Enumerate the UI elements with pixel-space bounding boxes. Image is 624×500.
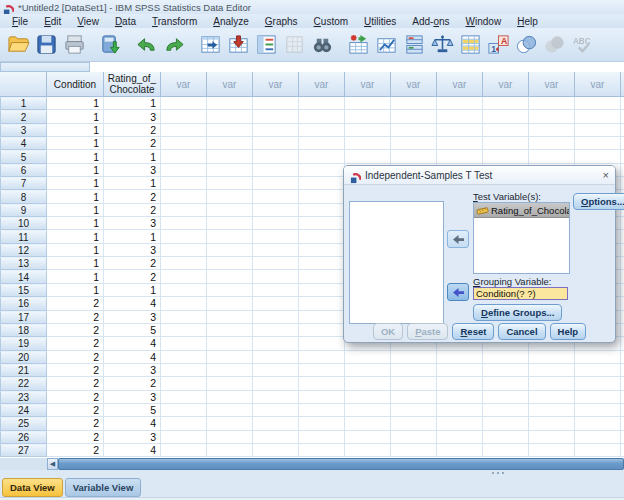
menu-utilities[interactable]: Utilities [356,16,404,27]
grid-cell[interactable] [207,204,253,217]
grid-cell[interactable] [529,97,575,110]
grid-cell-rating[interactable]: 1 [104,230,161,243]
source-variable-list[interactable] [349,201,444,324]
grid-cell[interactable] [253,324,299,337]
grid-cell[interactable] [299,257,345,270]
grid-cell[interactable] [161,404,207,417]
grid-cell[interactable] [299,204,345,217]
grid-cell[interactable] [161,444,207,457]
grid-cell[interactable] [391,444,437,457]
grid-cell[interactable] [207,311,253,324]
grid-cell[interactable] [529,377,575,390]
row-header[interactable]: 24 [0,404,47,417]
grid-cell[interactable] [299,324,345,337]
row-header[interactable]: 18 [0,324,47,337]
grid-cell[interactable] [345,110,391,123]
grid-cell[interactable] [575,377,621,390]
row-header[interactable]: 20 [0,351,47,364]
grid-cell-rating[interactable]: 4 [104,444,161,457]
grid-cell[interactable] [299,297,345,310]
reset-button[interactable]: Reset [452,323,494,340]
grid-cell[interactable] [391,417,437,430]
grid-cell[interactable] [207,444,253,457]
grid-cell[interactable] [207,150,253,163]
grid-cell[interactable] [575,417,621,430]
menu-graphs[interactable]: Graphs [257,16,306,27]
grid-cell-condition[interactable]: 2 [47,404,104,417]
grid-cell[interactable] [391,97,437,110]
recall-dialogs-icon[interactable] [97,31,123,59]
menu-transform[interactable]: Transform [144,16,205,27]
grid-cell[interactable] [253,284,299,297]
row-header[interactable]: 21 [0,364,47,377]
grid-cell[interactable] [529,137,575,150]
grid-cell-rating[interactable]: 5 [104,324,161,337]
redo-icon[interactable] [161,31,187,59]
grid-cell[interactable] [529,124,575,137]
grid-cell-rating[interactable]: 1 [104,150,161,163]
grid-cell[interactable] [437,364,483,377]
grid-cell[interactable] [253,110,299,123]
grid-cell-condition[interactable]: 1 [47,164,104,177]
grid-cell[interactable] [207,110,253,123]
use-variable-sets-icon[interactable] [513,31,539,59]
grid-cell[interactable] [299,417,345,430]
grid-cell[interactable] [161,297,207,310]
grid-cell[interactable] [253,230,299,243]
grid-cell-rating[interactable]: 3 [104,164,161,177]
grid-cell[interactable] [575,404,621,417]
grid-cell[interactable] [575,110,621,123]
grid-cell-rating[interactable]: 2 [104,137,161,150]
grid-cell[interactable] [299,404,345,417]
grid-cell[interactable] [299,150,345,163]
weight-cases-icon[interactable] [429,31,455,59]
grid-cell[interactable] [161,391,207,404]
grid-cell[interactable] [391,124,437,137]
grid-cell-condition[interactable]: 1 [47,257,104,270]
row-header[interactable]: 2 [0,110,47,123]
grid-cell-rating[interactable]: 4 [104,337,161,350]
grid-cell[interactable] [483,150,529,163]
column-header-condition[interactable]: Condition [47,72,104,97]
column-header-var[interactable]: var [161,72,207,97]
row-header[interactable]: 19 [0,337,47,350]
split-file-icon[interactable] [401,31,427,59]
grid-cell[interactable] [299,164,345,177]
undo-icon[interactable] [133,31,159,59]
grid-cell[interactable] [161,204,207,217]
grid-cell[interactable] [207,284,253,297]
grid-cell[interactable] [253,311,299,324]
grid-cell[interactable] [391,110,437,123]
grid-cell[interactable] [253,257,299,270]
grid-cell[interactable] [437,444,483,457]
print-icon[interactable] [61,31,87,59]
grid-cell-condition[interactable]: 1 [47,150,104,163]
grid-cell[interactable] [299,137,345,150]
grid-cell[interactable] [253,217,299,230]
grid-cell[interactable] [161,337,207,350]
menu-add-ons[interactable]: Add-ons [404,16,457,27]
grid-cell[interactable] [253,337,299,350]
grid-cell[interactable] [207,244,253,257]
grid-cell[interactable] [299,97,345,110]
grid-cell[interactable] [529,364,575,377]
grid-cell-rating[interactable]: 5 [104,404,161,417]
grid-cell[interactable] [253,404,299,417]
dialog-close-icon[interactable]: × [603,170,609,181]
find-icon[interactable] [309,31,335,59]
grid-cell-rating[interactable]: 1 [104,177,161,190]
grid-cell[interactable] [253,351,299,364]
grid-cell-condition[interactable]: 2 [47,311,104,324]
cell-value-input[interactable] [90,62,624,72]
grid-cell[interactable] [253,150,299,163]
grid-cell[interactable] [575,150,621,163]
grid-cell[interactable] [161,311,207,324]
grid-cell[interactable] [437,404,483,417]
grid-cell[interactable] [253,364,299,377]
insert-variable-icon[interactable] [373,31,399,59]
grid-cell[interactable] [161,377,207,390]
row-header[interactable]: 16 [0,297,47,310]
grid-cell[interactable] [207,417,253,430]
grid-cell[interactable] [207,177,253,190]
horizontal-scrollbar[interactable]: ◀ [47,458,624,470]
